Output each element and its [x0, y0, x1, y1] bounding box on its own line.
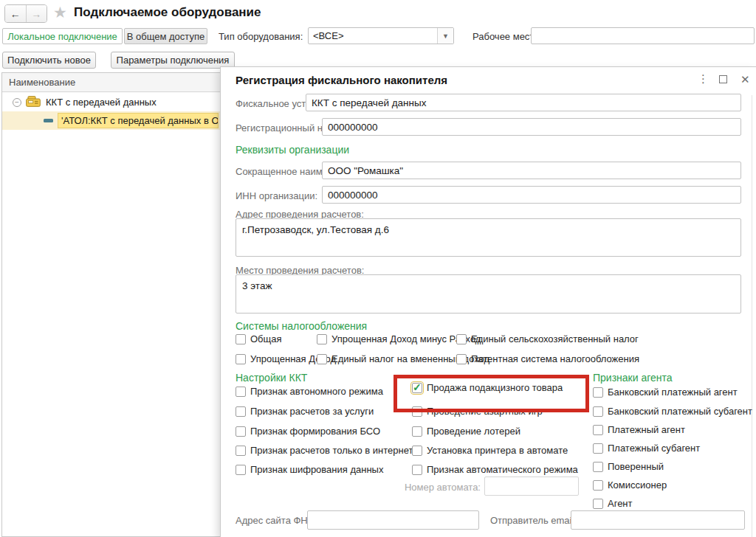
- checkbox-label: Единый сельскохозяйственный налог: [471, 333, 639, 344]
- tree-column-header[interactable]: Наименование: [2, 73, 221, 92]
- tax-section-heading: Системы налогообложения: [236, 320, 367, 332]
- checkbox-box[interactable]: [593, 406, 603, 417]
- checkbox-agent-5[interactable]: Комиссионер: [593, 479, 667, 491]
- org-section-heading: Реквизиты организации: [236, 144, 349, 156]
- checkbox-box[interactable]: [593, 387, 603, 398]
- checkbox-tax-5[interactable]: Патентная система налогообложения: [456, 353, 639, 364]
- favorite-star-icon[interactable]: ★: [53, 4, 67, 21]
- checkbox-box[interactable]: [236, 387, 246, 397]
- checkbox-box[interactable]: [456, 354, 467, 364]
- form-right-border: [752, 95, 752, 537]
- back-icon: ←: [10, 8, 21, 20]
- equipment-type-label: Тип оборудования:: [219, 31, 303, 42]
- checkbox-label: Признак шифрования данных: [250, 464, 383, 475]
- forward-icon: →: [31, 8, 41, 20]
- checkbox-box[interactable]: [317, 334, 327, 344]
- checkbox-box[interactable]: [236, 334, 246, 344]
- email-sender-label: Отправитель email:: [490, 515, 577, 526]
- checkbox-box[interactable]: [593, 499, 603, 509]
- checkbox-box[interactable]: [236, 406, 246, 417]
- more-icon[interactable]: ⋮: [698, 72, 709, 86]
- checkbox-box[interactable]: [593, 443, 603, 454]
- workplace-input[interactable]: [531, 27, 755, 44]
- checkbox-kkt-0[interactable]: Признак автономного режима: [236, 386, 383, 397]
- checkbox-label: Признак автоматического режима: [427, 464, 578, 475]
- checkbox-label: Банковский платежный агент: [608, 387, 738, 398]
- address-textarea[interactable]: г.Петрозаводск, ул.Тестовая д.6: [236, 218, 741, 257]
- checkbox-agent-6[interactable]: Агент: [593, 498, 633, 509]
- checkbox-box[interactable]: [317, 354, 327, 364]
- chevron-down-icon[interactable]: ▼: [437, 28, 453, 44]
- tree-row-atol-device[interactable]: 'АТОЛ:ККТ с передачей данных в ОФД: [2, 111, 221, 130]
- automat-number-input[interactable]: [484, 477, 579, 496]
- connection-params-button[interactable]: Параметры подключения: [111, 52, 235, 69]
- checkbox-label: Платежный субагент: [608, 443, 700, 454]
- collapse-icon[interactable]: −: [13, 98, 21, 107]
- checkbox-agent-4[interactable]: Поверенный: [593, 461, 664, 472]
- tree-group-label: ККТ с передачей данных: [46, 97, 157, 108]
- checkbox-label: Агент: [608, 498, 633, 509]
- button-label: Подключить новое: [7, 55, 91, 66]
- checkbox-label: Признак формирования БСО: [250, 426, 380, 437]
- tab-label: Локальное подключение: [7, 31, 117, 42]
- kkt-section-heading: Настройки ККТ: [236, 372, 307, 384]
- connect-new-button[interactable]: Подключить новое: [2, 52, 96, 69]
- close-icon[interactable]: ✕: [740, 73, 750, 86]
- checkbox-box[interactable]: [412, 446, 422, 456]
- email-sender-input[interactable]: [571, 510, 745, 530]
- tab-shared-access[interactable]: В общем доступе: [124, 28, 207, 44]
- checkbox-label: Проведение лотерей: [427, 426, 520, 437]
- checkbox-kkt-1[interactable]: Признак расчетов за услуги: [236, 406, 374, 417]
- checkbox-kkt-2[interactable]: Признак формирования БСО: [236, 426, 380, 437]
- checkbox-label: Банковский платежный субагент: [608, 406, 752, 417]
- fns-site-input[interactable]: [307, 510, 479, 530]
- forward-button[interactable]: →: [27, 5, 47, 22]
- checkbox-agent-2[interactable]: Платежный агент: [593, 424, 685, 435]
- checkbox-agent-0[interactable]: Банковский платежный агент: [593, 387, 738, 398]
- checkbox-box[interactable]: [236, 426, 246, 437]
- checkbox-box[interactable]: [456, 334, 467, 344]
- checkbox-box[interactable]: [236, 354, 246, 364]
- page-title: Подключаемое оборудование: [74, 5, 261, 20]
- checkbox-label: Патентная система налогообложения: [471, 353, 639, 364]
- checkbox-tax-4[interactable]: Единый сельскохозяйственный налог: [456, 333, 639, 344]
- tree-device-label: 'АТОЛ:ККТ с передачей данных в ОФД: [58, 113, 219, 128]
- fiscal-device-input[interactable]: [306, 94, 741, 111]
- short-name-input[interactable]: [322, 162, 741, 179]
- checkbox-kkt-4[interactable]: Признак шифрования данных: [236, 464, 383, 475]
- checkbox-agent-3[interactable]: Платежный субагент: [593, 443, 700, 454]
- button-label: Параметры подключения: [117, 55, 230, 66]
- checkbox-box[interactable]: [412, 426, 422, 437]
- checkbox-box[interactable]: [593, 425, 603, 435]
- checkbox-label: Признак автономного режима: [250, 386, 383, 397]
- checkbox-automatic-mode[interactable]: Признак автоматического режима: [412, 464, 578, 475]
- equipment-tree: Наименование − ККТ с передачей данных 'А…: [1, 72, 221, 537]
- checkbox-label: Признак расчетов за услуги: [250, 406, 374, 417]
- inn-input[interactable]: [322, 186, 741, 204]
- cash-register-icon: [26, 96, 41, 109]
- checkbox-kkt-3[interactable]: Признак расчетов только в интернете: [236, 445, 418, 456]
- fiscal-registration-dialog: Регистрация фискального накопителя ⋮ ✕ Ф…: [220, 66, 756, 537]
- reg-number-input[interactable]: [322, 118, 741, 136]
- checkbox-label: Поверенный: [608, 461, 664, 472]
- tree-row-kkt-group[interactable]: − ККТ с передачей данных: [2, 93, 221, 111]
- place-textarea[interactable]: 3 этаж: [236, 274, 741, 313]
- checkbox-box[interactable]: [236, 446, 246, 456]
- tab-local-connection[interactable]: Локальное подключение: [2, 28, 123, 44]
- checkbox-tax-0[interactable]: Общая: [236, 333, 282, 344]
- tab-label: В общем доступе: [127, 31, 205, 42]
- checkbox-agent-1[interactable]: Банковский платежный субагент: [593, 406, 752, 417]
- back-button[interactable]: ←: [5, 5, 27, 22]
- checkbox-box[interactable]: [236, 465, 246, 475]
- checkbox-box[interactable]: [593, 462, 603, 472]
- dialog-title: Регистрация фискального накопителя: [236, 74, 447, 86]
- checkbox-box[interactable]: [593, 480, 603, 491]
- inn-label: ИНН организации:: [236, 190, 317, 201]
- checkbox-lottery[interactable]: Проведение лотерей: [412, 426, 520, 437]
- agent-section-heading: Признаки агента: [593, 372, 673, 384]
- equipment-type-select[interactable]: <ВСЕ> ▼: [308, 27, 454, 44]
- checkbox-label: Платежный агент: [608, 424, 685, 435]
- maximize-icon[interactable]: [719, 75, 727, 83]
- checkbox-box[interactable]: [412, 465, 422, 475]
- checkbox-printer-in-automat[interactable]: Установка принтера в автомате: [412, 445, 568, 456]
